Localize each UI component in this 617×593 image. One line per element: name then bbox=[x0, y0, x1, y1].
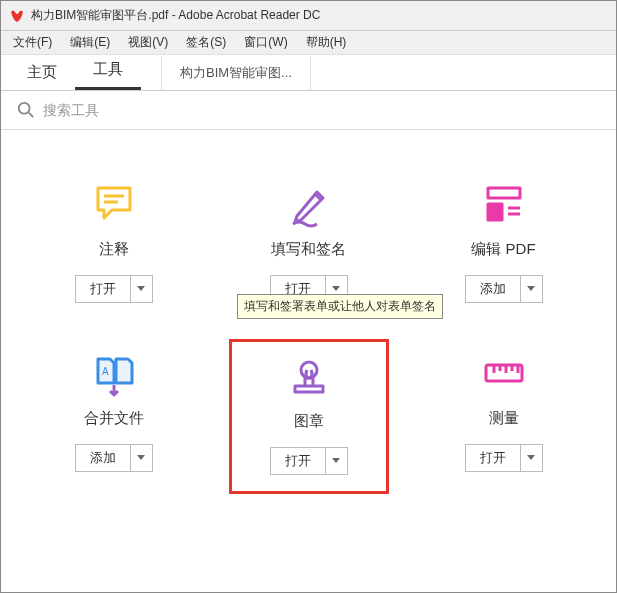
tool-label: 图章 bbox=[294, 412, 324, 431]
tab-document[interactable]: 构力BIM智能审图... bbox=[161, 56, 311, 90]
tab-tools[interactable]: 工具 bbox=[75, 52, 141, 90]
menu-sign[interactable]: 签名(S) bbox=[178, 32, 234, 53]
tool-action: 打开 bbox=[465, 444, 543, 472]
search-input[interactable] bbox=[43, 102, 600, 118]
tool-stamp[interactable]: 图章 打开 bbox=[229, 339, 389, 494]
dropdown-button[interactable] bbox=[325, 448, 347, 474]
svg-text:A: A bbox=[102, 366, 109, 377]
titlebar: 构力BIM智能审图平台.pdf - Adobe Acrobat Reader D… bbox=[1, 1, 616, 31]
stamp-icon bbox=[285, 352, 333, 400]
tool-label: 测量 bbox=[489, 409, 519, 428]
tooltip: 填写和签署表单或让他人对表单签名 bbox=[237, 294, 443, 319]
tool-label: 编辑 PDF bbox=[471, 240, 535, 259]
tool-label: 填写和签名 bbox=[271, 240, 346, 259]
menu-edit[interactable]: 编辑(E) bbox=[62, 32, 118, 53]
window-title: 构力BIM智能审图平台.pdf - Adobe Acrobat Reader D… bbox=[31, 7, 320, 24]
svg-rect-10 bbox=[295, 386, 323, 392]
svg-rect-6 bbox=[488, 204, 502, 220]
tool-action: 打开 bbox=[270, 447, 348, 475]
acrobat-icon bbox=[9, 8, 25, 24]
add-button[interactable]: 添加 bbox=[76, 445, 130, 471]
tool-measure[interactable]: 测量 打开 bbox=[424, 339, 584, 494]
tools-grid: 注释 打开 填写和签名 打开 填写和签署表单或让他人对表单签名 bbox=[1, 130, 616, 494]
tool-edit-pdf[interactable]: 编辑 PDF 添加 bbox=[424, 170, 584, 319]
tool-label: 合并文件 bbox=[84, 409, 144, 428]
add-button[interactable]: 添加 bbox=[466, 276, 520, 302]
dropdown-button[interactable] bbox=[520, 445, 542, 471]
tool-action: 添加 bbox=[465, 275, 543, 303]
menu-view[interactable]: 视图(V) bbox=[120, 32, 176, 53]
searchbar bbox=[1, 91, 616, 130]
menu-window[interactable]: 窗口(W) bbox=[236, 32, 295, 53]
ruler-icon bbox=[480, 349, 528, 397]
menu-help[interactable]: 帮助(H) bbox=[298, 32, 355, 53]
dropdown-button[interactable] bbox=[520, 276, 542, 302]
tool-action: 打开 bbox=[75, 275, 153, 303]
tabbar: 主页 工具 构力BIM智能审图... bbox=[1, 55, 616, 91]
open-button[interactable]: 打开 bbox=[76, 276, 130, 302]
svg-point-11 bbox=[301, 362, 317, 378]
tool-action: 添加 bbox=[75, 444, 153, 472]
open-button[interactable]: 打开 bbox=[271, 448, 325, 474]
search-icon bbox=[17, 101, 35, 119]
tool-comments[interactable]: 注释 打开 bbox=[34, 170, 194, 319]
svg-line-1 bbox=[29, 113, 34, 118]
dropdown-button[interactable] bbox=[130, 276, 152, 302]
open-button[interactable]: 打开 bbox=[466, 445, 520, 471]
combine-icon: A bbox=[90, 349, 138, 397]
comment-icon bbox=[90, 180, 138, 228]
tool-fill-sign[interactable]: 填写和签名 打开 填写和签署表单或让他人对表单签名 bbox=[229, 170, 389, 319]
svg-point-0 bbox=[19, 103, 30, 114]
svg-rect-5 bbox=[488, 188, 520, 198]
pen-icon bbox=[285, 180, 333, 228]
edit-icon bbox=[480, 180, 528, 228]
tab-home[interactable]: 主页 bbox=[9, 55, 75, 90]
dropdown-button[interactable] bbox=[130, 445, 152, 471]
tool-label: 注释 bbox=[99, 240, 129, 259]
tool-combine[interactable]: A 合并文件 添加 bbox=[34, 339, 194, 494]
menu-file[interactable]: 文件(F) bbox=[5, 32, 60, 53]
